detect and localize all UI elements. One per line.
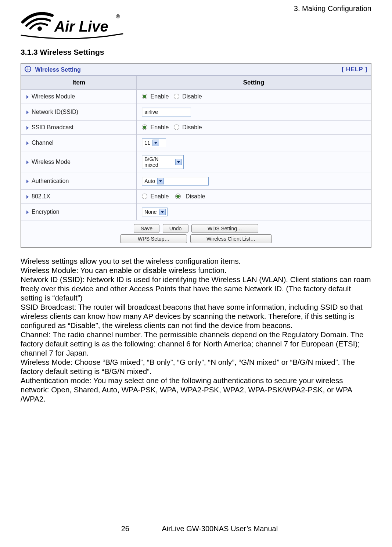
chevron-down-icon xyxy=(175,159,182,165)
row-authentication: Authentication Auto xyxy=(21,173,371,190)
ssid-input[interactable] xyxy=(142,108,191,116)
settings-table: Item Setting Wireless Module Enable Disa… xyxy=(21,76,371,247)
wireless-setting-screenshot: Wireless Setting [ HELP ] Item Setting W… xyxy=(21,63,371,248)
authentication-select[interactable]: Auto xyxy=(142,177,209,186)
chevron-down-icon xyxy=(152,140,159,146)
undo-button[interactable]: Undo xyxy=(163,224,188,233)
wps-setup-button[interactable]: WPS Setup… xyxy=(120,234,187,243)
x8021-enable-radio[interactable] xyxy=(142,194,147,199)
row-ssid: Network ID(SSID) xyxy=(21,104,371,120)
panel-title-text: Wireless Setting xyxy=(35,66,80,73)
panel-title: Wireless Setting xyxy=(25,66,81,73)
svg-text:®: ® xyxy=(116,14,120,19)
wireless-module-enable-radio[interactable] xyxy=(142,94,147,99)
col-setting: Setting xyxy=(137,76,371,90)
row-wireless-mode: Wireless Mode B/G/N mixed xyxy=(21,151,371,173)
page-footer: 26 AirLive GW-300NAS User’s Manual xyxy=(0,525,392,533)
chapter-label: 3. Making Configuration xyxy=(294,4,371,13)
row-ssid-broadcast: SSID Broadcast Enable Disable xyxy=(21,120,371,135)
manual-title: AirLive GW-300NAS User’s Manual xyxy=(162,525,278,533)
globe-icon xyxy=(25,66,31,72)
chevron-down-icon xyxy=(159,209,166,215)
ssid-broadcast-disable-radio[interactable] xyxy=(174,125,179,130)
chevron-down-icon xyxy=(157,178,164,184)
ssid-broadcast-enable-radio[interactable] xyxy=(142,125,147,130)
row-8021x: 802.1X Enable Disable xyxy=(21,190,371,204)
wireless-mode-select[interactable]: B/G/N mixed xyxy=(142,155,184,169)
row-encryption: Encryption None xyxy=(21,204,371,220)
svg-text:Air Live: Air Live xyxy=(54,18,108,35)
col-item: Item xyxy=(21,76,137,90)
svg-point-0 xyxy=(37,26,42,31)
explanation-text: Wireless settings allow you to set the w… xyxy=(21,256,371,403)
section-heading: 3.1.3 Wireless Settings xyxy=(21,48,371,57)
row-channel: Channel 11 xyxy=(21,135,371,151)
wds-setting-button[interactable]: WDS Setting… xyxy=(191,224,258,233)
encryption-select[interactable]: None xyxy=(142,208,167,216)
wireless-module-disable-radio[interactable] xyxy=(174,94,179,99)
save-button[interactable]: Save xyxy=(134,224,159,233)
wireless-client-list-button[interactable]: Wireless Client List… xyxy=(190,234,272,243)
help-link[interactable]: [ HELP ] xyxy=(342,66,367,73)
channel-select[interactable]: 11 xyxy=(142,138,166,147)
row-wireless-module: Wireless Module Enable Disable xyxy=(21,90,371,104)
page-number: 26 xyxy=(114,525,136,533)
x8021-disable-radio[interactable] xyxy=(175,194,181,199)
